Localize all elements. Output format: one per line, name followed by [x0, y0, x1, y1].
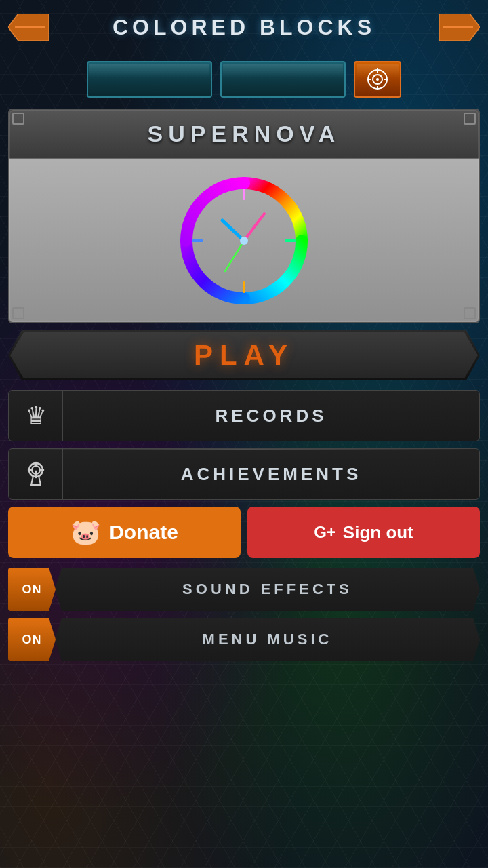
- header-corner-right: [439, 14, 480, 41]
- svg-point-6: [376, 78, 379, 81]
- achievements-icon-wrap: [9, 449, 63, 499]
- panel-corner-tr: [464, 113, 476, 125]
- menu-music-toggle-row[interactable]: ON MENU MUSIC: [8, 618, 480, 661]
- svg-point-18: [240, 237, 248, 245]
- sound-toggle-label: SOUND EFFECTS: [182, 580, 352, 598]
- crown-icon: ♛: [25, 401, 47, 430]
- header-bar: COLORED BLOCKS: [8, 0, 480, 54]
- donate-button[interactable]: 🐷 Donate: [8, 507, 241, 558]
- clock-area: [9, 159, 479, 322]
- svg-line-25: [31, 476, 33, 485]
- records-label: RECORDS: [63, 406, 479, 427]
- achievements-icon: [22, 460, 49, 488]
- header-corner-left: [8, 14, 49, 41]
- sound-toggle-label-wrap: SOUND EFFECTS: [55, 568, 480, 611]
- app-title: COLORED BLOCKS: [113, 15, 375, 40]
- play-button[interactable]: PLAY: [8, 330, 480, 380]
- play-label: PLAY: [194, 339, 294, 372]
- music-toggle-state: ON: [22, 633, 42, 647]
- sound-effects-toggle-row[interactable]: ON SOUND EFFECTS: [8, 568, 480, 611]
- achievements-button[interactable]: ACHIEVEMENTS: [8, 448, 480, 500]
- svg-line-26: [39, 476, 41, 485]
- game-panel: SUPERNOVA: [8, 108, 480, 323]
- gplus-icon: G+: [314, 523, 336, 542]
- game-title-bar: SUPERNOVA: [9, 110, 479, 159]
- svg-line-17: [225, 241, 244, 271]
- music-toggle-on: ON: [8, 618, 56, 661]
- clock-icon: [176, 173, 312, 309]
- sound-toggle-on: ON: [8, 568, 56, 611]
- action-row: 🐷 Donate G+ Sign out: [8, 507, 480, 558]
- records-icon-wrap: ♛: [9, 391, 63, 441]
- svg-line-15: [222, 220, 244, 241]
- game-title: SUPERNOVA: [148, 121, 341, 146]
- panel-corner-bl: [12, 307, 24, 319]
- donate-label: Donate: [109, 521, 178, 544]
- sound-toggle-state: ON: [22, 583, 42, 597]
- play-button-wrap: PLAY: [8, 330, 480, 380]
- tabs-row: [8, 61, 480, 98]
- panel-corner-tl: [12, 113, 24, 125]
- signout-button[interactable]: G+ Sign out: [247, 507, 480, 558]
- records-button[interactable]: ♛ RECORDS: [8, 390, 480, 441]
- tab-button-1[interactable]: [87, 61, 212, 98]
- music-toggle-label: MENU MUSIC: [203, 631, 333, 648]
- signout-label: Sign out: [343, 522, 413, 543]
- music-toggle-label-wrap: MENU MUSIC: [55, 618, 480, 661]
- tab-button-2[interactable]: [220, 61, 346, 98]
- panel-corner-br: [464, 307, 476, 319]
- svg-line-16: [244, 214, 264, 241]
- tab-button-target[interactable]: [354, 61, 401, 98]
- achievements-label: ACHIEVEMENTS: [63, 464, 479, 485]
- piggy-icon: 🐷: [70, 518, 101, 547]
